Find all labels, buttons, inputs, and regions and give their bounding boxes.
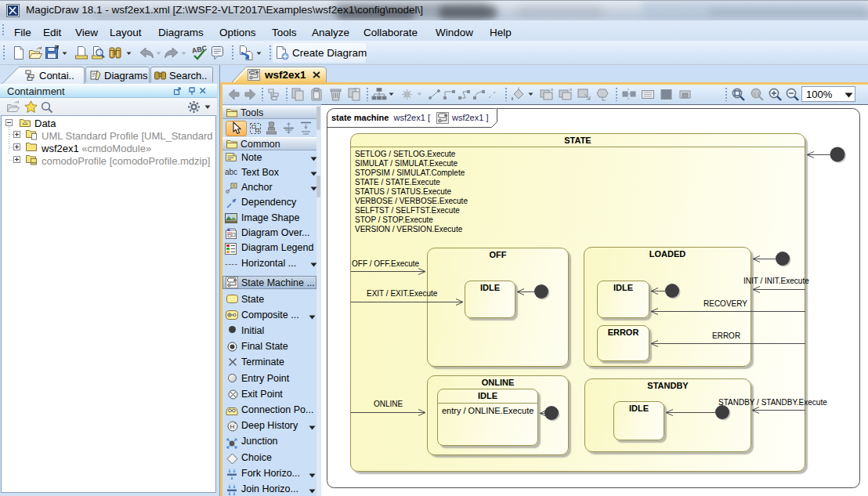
svg-text:«»: «» (31, 160, 36, 165)
svg-text:1:1: 1:1 (754, 92, 761, 96)
svg-text:ABC: ABC (191, 45, 207, 55)
